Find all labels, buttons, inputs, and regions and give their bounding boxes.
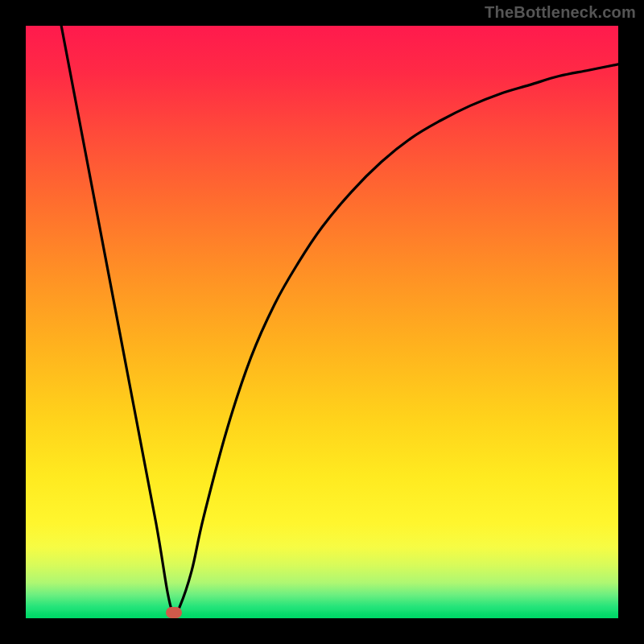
attribution-text: TheBottleneck.com [485, 3, 636, 22]
bottleneck-curve [26, 26, 618, 618]
optimal-point-marker [166, 607, 182, 618]
plot-area [26, 26, 618, 618]
chart-frame: TheBottleneck.com [0, 0, 644, 644]
